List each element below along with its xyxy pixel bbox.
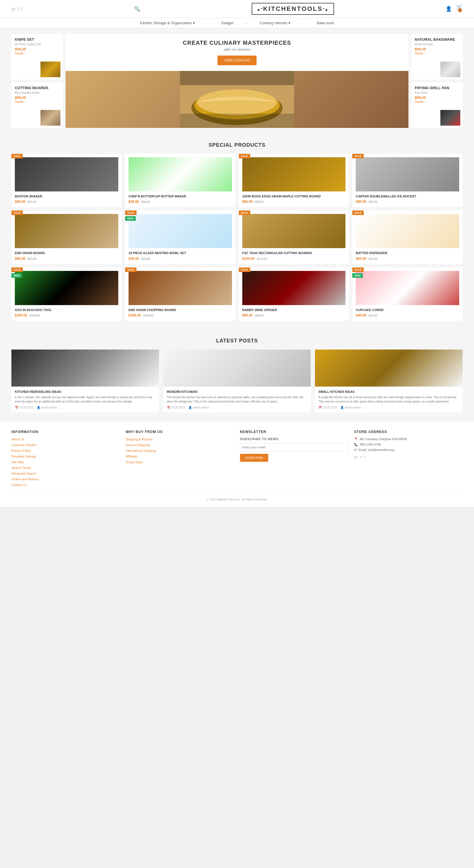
product-card[interactable]: SALENEW OXO IN AVOCADO TOOL $150.00 $160… [11,268,122,321]
footer-info-link[interactable]: Search Terms [11,466,31,469]
bakeware-image [440,62,460,77]
footer-info-title: INFORMATION [11,430,120,434]
phone-icon: 📞 [354,443,358,446]
product-image [242,157,346,191]
post-meta: 📅 16.09.2015 👤 admin admin [318,406,459,409]
twitter-icon[interactable]: t [18,6,19,11]
header: g+ t f 🔍 ·KITCHENTOOLS· 👤 🛒 1 [0,0,474,18]
product-name: BATTER DISPENSER [356,251,459,255]
footer-info-link[interactable]: Customer Service [11,443,36,447]
product-card[interactable]: SALE JOHN BOOS EDGE GRAIN MAPLE CUTTING … [239,154,349,207]
product-name: OXO IN AVOCADO TOOL [15,308,118,312]
post-card[interactable]: SMALL KITCHEN IDEAS A single-file kitche… [315,349,463,412]
hero-section: KNIFE SET 16 Piece Cutlery Set $59.25 De… [0,28,474,134]
post-image [315,349,463,386]
footer-google-plus-icon[interactable]: g+ [354,455,358,459]
hero-card-bakeware: NATURAL BAKEWARE bread loaf pan $59.25 D… [411,34,463,80]
nav-item-baketools[interactable]: Bake tools [317,21,334,25]
footer-facebook-icon[interactable]: f [364,455,365,459]
facebook-icon[interactable]: f [22,6,23,11]
post-card[interactable]: MODERN KITCHENS The double-file kitchen … [163,349,311,412]
footer-why-link-item: Group Sales [126,460,234,464]
product-badge: SALE [11,154,23,158]
post-image [163,349,311,386]
product-price-container: $80.00 $99.00 [356,200,459,204]
special-products-title: SPECIAL PRODUCTS [11,142,463,148]
footer-why-link[interactable]: Affiliates [126,455,138,458]
post-title: MODERN KITCHENS [167,390,307,394]
product-price-old: $97.00 [28,200,36,204]
nav-item-storage[interactable]: Kitchen Storage & Organization ▾ [140,21,195,25]
product-price-old: $10.00 [368,314,377,317]
product-image [128,157,232,191]
footer-info-link[interactable]: Contact Us [11,483,27,487]
footer-store-title: STORE ADDRESS [354,430,463,434]
subscribe-button[interactable]: SUBSCRIBE [240,454,268,462]
footer-twitter-icon[interactable]: t [361,455,362,459]
footer: INFORMATION About UsCustomer ServicePriv… [0,421,474,507]
product-badge: SALE [125,268,137,272]
bakeware-details[interactable]: Details › [415,52,459,55]
product-card[interactable]: SALENEW CUPCAKE CORER $40.00 $10.00 [352,268,463,321]
product-card[interactable]: SALE END GRAIN CHOPPING BOARD $100.00 $1… [125,268,235,321]
frying-details[interactable]: Details › [415,100,459,103]
footer-why-link[interactable]: International Shipping [126,449,156,453]
post-author: 👤 admin admin [37,406,57,409]
product-price-old: $87.00 [28,257,36,260]
cutting-price: $59.25 [15,95,59,100]
post-card[interactable]: KITCHEN REMODELING IDEAS In the L-kitche… [11,349,159,412]
post-date: 📅 16.09.2015 [167,406,185,409]
product-price: $80.00 [242,200,253,204]
product-card[interactable]: SALE BATTER DISPENSER $25.00 $33.00 [352,211,463,264]
nav-item-gadget[interactable]: Gadget [221,21,233,25]
product-name: RABBIT WINE OPENER [242,308,346,312]
footer-info-link[interactable]: Advanced Search [11,472,36,475]
product-badge: NEW [352,273,363,278]
product-card[interactable]: SALE END GRAIN BOARD $80.00 $87.00 [11,211,122,264]
posts-grid: KITCHEN REMODELING IDEAS In the L-kitche… [11,349,463,412]
cutting-title: CUTTING BOARDS [15,86,59,91]
google-plus-icon[interactable]: g+ [11,6,16,11]
footer-info-link[interactable]: Site Map [11,460,24,464]
cart-container[interactable]: 🛒 1 [456,4,463,14]
footer-info-link-item: About Us [11,437,120,441]
view-catalog-button[interactable]: VIEW CATALOG [217,56,257,65]
product-card[interactable]: SALE BOSTON SHAKER $80.00 $97.00 [11,154,122,207]
footer-info-link-item: Search Terms [11,466,120,470]
footer-why-title: WHY BUY FROM US [126,430,234,434]
post-author: 👤 admin admin [340,406,361,409]
cutting-details[interactable]: Details › [15,100,59,103]
user-icon[interactable]: 👤 [445,6,452,12]
product-price-old: $99.00 [368,200,377,204]
product-card[interactable]: CHEF'N BUTTERCUP BUTTER MAKER $40.00 $18… [125,154,235,207]
product-name: BOSTON SHAKER [15,194,118,198]
nav-item-utensils[interactable]: Cooking Utensils ▾ [260,21,291,25]
footer-bottom: © 2015 Magento Store Inc. All Rights Res… [11,494,463,501]
footer-info-link[interactable]: Template Settings [11,455,36,458]
product-price-container: $150.00 $160.00 [15,313,118,317]
footer-why-link[interactable]: Shipping & Returns [126,438,153,441]
footer-info-link[interactable]: About Us [11,438,24,441]
newsletter-input[interactable] [240,443,349,452]
product-card[interactable]: SALE FSC TEAK RECTANGULAR CUTTING BOARDS… [239,211,349,264]
footer-info-link-item: Customer Service [11,443,120,447]
hero-card-frying: FRYING GRILL PAN from Tefal $59.25 Detai… [411,82,463,128]
search-icon[interactable]: 🔍 [134,6,140,12]
product-price: $80.00 [15,200,25,204]
product-price-container: $90.00 $99.00 [242,313,346,317]
logo[interactable]: ·KITCHENTOOLS· [252,3,334,15]
footer-info-link-item: Contact Us [11,483,120,487]
product-price: $100.00 [128,313,141,317]
footer-info-link[interactable]: Privacy Policy [11,449,31,453]
hero-center-content: CREATE CULINARY MASTERPIECES with our de… [177,34,297,71]
cutting-subtitle: Best wooden board [15,91,59,94]
knife-details[interactable]: Details › [15,52,59,55]
product-price-old: $36.00 [141,257,150,260]
product-card[interactable]: SALE RABBIT WINE OPENER $90.00 $99.00 [239,268,349,321]
footer-why-link[interactable]: Secure Shopping [126,443,150,447]
product-image [15,214,118,248]
footer-why-link[interactable]: Group Sales [126,460,143,464]
footer-info-link[interactable]: Orders and Returns [11,477,39,481]
product-card[interactable]: SALENEW 10 PIECE GLASS NESTING BOWL SET … [125,211,235,264]
product-card[interactable]: SALE CARTER DOUBLEWALLED ICE BUCKET $80.… [352,154,463,207]
